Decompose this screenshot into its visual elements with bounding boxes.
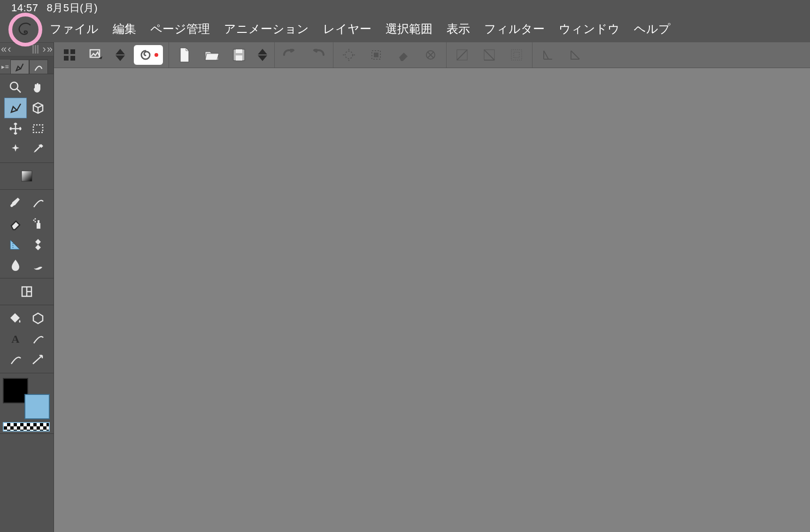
left-sidebar: « ‹ › » ▸≡ [0, 42, 54, 532]
quick-share-button[interactable] [87, 45, 107, 65]
chevron-down-icon [116, 55, 125, 61]
redo-button[interactable] [308, 45, 327, 65]
eraser-tool[interactable] [4, 213, 27, 234]
canvas-size-stepper[interactable] [114, 49, 126, 61]
ruler-tool[interactable] [4, 234, 27, 254]
snap-angle-icon [568, 48, 582, 62]
status-time: 14:57 [11, 2, 39, 14]
save-stepper[interactable] [256, 49, 269, 61]
tab-menu-icon[interactable]: ▸≡ [0, 60, 10, 74]
pen-nib-icon [8, 101, 23, 115]
menu-animation[interactable]: アニメーション [224, 21, 309, 37]
clear-button[interactable] [393, 45, 413, 65]
transparent-color-swatch[interactable] [3, 422, 50, 432]
panel-frame-tool[interactable] [15, 281, 38, 302]
tone-curve-button[interactable] [452, 45, 472, 65]
menu-window[interactable]: ウィンドウ [559, 21, 620, 37]
hand-tool[interactable] [27, 77, 49, 98]
menu-page[interactable]: ページ管理 [150, 21, 210, 37]
crop-select-icon [369, 48, 383, 62]
eyedropper-icon [31, 142, 45, 156]
marquee-tool[interactable] [27, 118, 49, 139]
deselect-button[interactable] [339, 45, 359, 65]
save-button[interactable] [229, 45, 249, 65]
pattern-tool[interactable] [27, 234, 49, 254]
background-color-swatch[interactable] [24, 394, 50, 419]
blend-tool[interactable] [27, 254, 49, 275]
tail-brush-tool[interactable] [27, 193, 49, 213]
redo-icon [309, 49, 325, 61]
deselect-icon [342, 48, 356, 62]
eyedropper-tool[interactable] [27, 139, 49, 160]
fill-tool[interactable] [4, 308, 27, 329]
four-squares-icon [62, 48, 77, 62]
menu-layer[interactable]: レイヤー [323, 21, 371, 37]
move-tool[interactable] [4, 118, 27, 139]
collapse-left-icon[interactable]: « [1, 44, 7, 54]
clip-record-button[interactable] [134, 45, 163, 65]
menu-view[interactable]: 表示 [447, 21, 470, 37]
curve-tail-icon [31, 196, 45, 210]
undo-icon [282, 49, 298, 61]
pen-tool[interactable] [4, 98, 27, 118]
status-bar: 14:57 8月5日(月) [0, 0, 810, 15]
svg-point-8 [35, 221, 36, 223]
svg-rect-14 [70, 49, 75, 54]
object-3d-tool[interactable] [27, 98, 49, 118]
open-file-button[interactable] [202, 45, 222, 65]
eraser-icon [8, 216, 23, 231]
menu-file[interactable]: ファイル [50, 21, 99, 37]
menu-filter[interactable]: フィルター [484, 21, 545, 37]
collapse-right-single-icon[interactable]: › [42, 44, 46, 54]
airbrush-tool[interactable] [27, 213, 49, 234]
svg-rect-13 [64, 49, 69, 54]
collapse-right-icon[interactable]: » [47, 44, 53, 54]
ruler-triangle-icon [8, 237, 23, 251]
arrow-guide-icon [31, 353, 45, 367]
gradient-swatch[interactable] [15, 166, 38, 186]
text-tool[interactable]: A [4, 329, 27, 349]
gradient-square-icon [20, 169, 34, 183]
tool-tab-pen[interactable] [10, 60, 29, 74]
blur-tool[interactable] [4, 254, 27, 275]
panel-frame-icon [20, 285, 34, 299]
svg-point-7 [35, 218, 36, 220]
new-file-button[interactable] [175, 45, 194, 65]
fill-selection-button[interactable] [421, 45, 440, 65]
clip-studio-start-button[interactable] [60, 45, 79, 65]
brush-tool[interactable] [4, 193, 27, 213]
shape-tool[interactable] [27, 308, 49, 329]
canvas-area[interactable] [54, 68, 810, 532]
spiral-icon [139, 48, 153, 62]
select-crop-button[interactable] [366, 45, 386, 65]
tool-block-frame [0, 278, 54, 305]
snap-border-button[interactable] [538, 45, 558, 65]
svg-rect-5 [38, 220, 39, 223]
diamond-grid-icon [31, 237, 45, 251]
menu-selection[interactable]: 選択範囲 [386, 21, 432, 37]
zoom-tool[interactable] [4, 77, 27, 98]
tool-palette: A [0, 74, 54, 434]
svg-rect-2 [33, 125, 43, 132]
saturated-line-tool[interactable] [4, 349, 27, 370]
new-file-icon [177, 47, 192, 63]
app-logo-icon[interactable] [16, 20, 35, 39]
tool-block-figure: A [0, 305, 54, 373]
balloon-tail-tool[interactable] [27, 329, 49, 349]
menu-help[interactable]: ヘルプ [634, 21, 671, 37]
tool-block-navigation [0, 74, 54, 163]
menu-edit[interactable]: 編集 [113, 21, 136, 37]
tool-tab-curve[interactable] [29, 60, 48, 74]
svg-point-0 [10, 82, 18, 90]
undo-button[interactable] [280, 45, 300, 65]
grid-button[interactable] [507, 45, 526, 65]
svg-point-6 [33, 220, 35, 221]
snap-angle-button[interactable] [565, 45, 585, 65]
spray-icon [31, 216, 45, 231]
svg-rect-27 [511, 50, 522, 60]
magic-wand-tool[interactable] [4, 139, 27, 160]
svg-text:A: A [11, 333, 20, 345]
grid-icon [509, 48, 524, 62]
levels-button[interactable] [479, 45, 499, 65]
stream-line-tool[interactable] [27, 349, 49, 370]
